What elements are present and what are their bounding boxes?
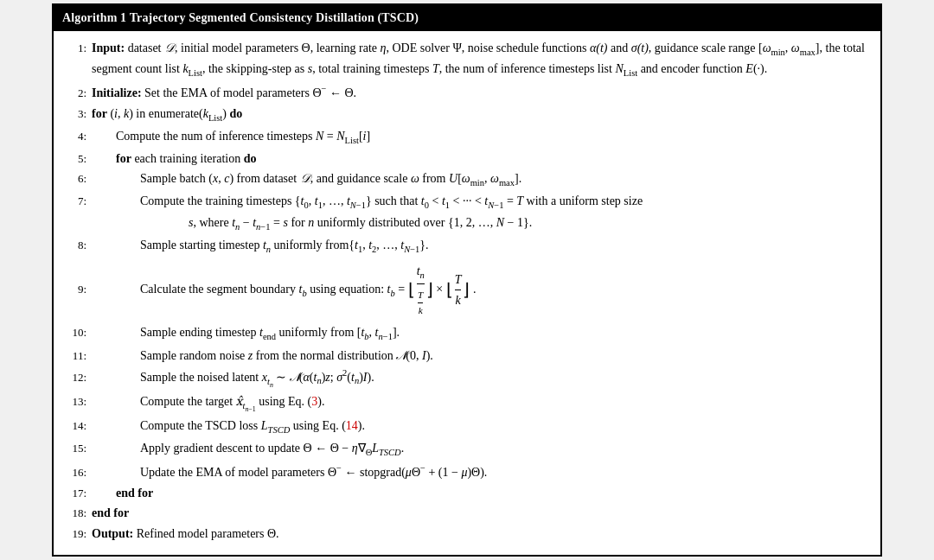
line-9: 9: Calculate the segment boundary tb usi… — [66, 261, 868, 320]
line-7: 7: Compute the training timesteps {t0, t… — [66, 191, 868, 234]
line-num-9: 9: — [66, 281, 86, 298]
line-1: 1: Input: dataset 𝒟, initial model param… — [66, 38, 868, 81]
line-num-13: 13: — [66, 393, 86, 410]
line-content-18: end for — [92, 504, 868, 523]
line-num-6: 6: — [66, 170, 86, 188]
line-3: 3: for (i, k) in enumerate(kList) do — [66, 104, 868, 126]
line-10: 10: Sample ending timestep tend uniforml… — [66, 322, 868, 345]
line-content-10: Sample ending timestep tend uniformly fr… — [140, 323, 868, 344]
line-content-5: for each training iteration do — [116, 150, 868, 169]
line-content-9: Calculate the segment boundary tb using … — [140, 262, 868, 319]
line-6: 6: Sample batch (x, c) from dataset 𝒟, a… — [66, 169, 868, 191]
line-content-11: Sample random noise z from the normal di… — [140, 347, 868, 366]
line-content-2: Initialize: Set the EMA of model paramet… — [92, 82, 868, 102]
line-num-3: 3: — [66, 105, 86, 123]
line-2: 2: Initialize: Set the EMA of model para… — [66, 81, 868, 103]
line-num-14: 14: — [66, 417, 86, 435]
line-content-17: end for — [116, 484, 868, 503]
algorithm-body: 1: Input: dataset 𝒟, initial model param… — [54, 31, 880, 554]
algorithm-box: Algorithm 1 Trajectory Segmented Consist… — [52, 3, 882, 556]
line-num-7: 7: — [66, 193, 86, 210]
line-content-13: Compute the target x̂tn−1 using Eq. (3). — [140, 392, 868, 415]
line-num-11: 11: — [66, 347, 86, 365]
line-12: 12: Sample the noised latent xtn ∼ 𝒩(α(t… — [66, 366, 868, 391]
line-18: 18: end for — [66, 503, 868, 524]
line-content-12: Sample the noised latent xtn ∼ 𝒩(α(tn)z;… — [140, 366, 868, 391]
line-num-4: 4: — [66, 128, 86, 145]
line-num-5: 5: — [66, 150, 86, 168]
line-num-18: 18: — [66, 505, 86, 522]
line-16: 16: Update the EMA of model parameters Θ… — [66, 461, 868, 482]
line-num-1: 1: — [66, 40, 86, 57]
line-num-12: 12: — [66, 369, 86, 386]
algorithm-header: Algorithm 1 Trajectory Segmented Consist… — [54, 5, 880, 31]
line-content-6: Sample batch (x, c) from dataset 𝒟, and … — [140, 169, 868, 190]
line-14: 14: Compute the TSCD loss LTSCD using Eq… — [66, 416, 868, 438]
line-content-3: for (i, k) in enumerate(kList) do — [92, 105, 868, 125]
line-content-7: Compute the training timesteps {t0, t1, … — [140, 192, 868, 233]
line-8: 8: Sample starting timestep tn uniformly… — [66, 235, 868, 258]
line-num-16: 16: — [66, 464, 86, 481]
line-num-15: 15: — [66, 440, 86, 457]
line-num-8: 8: — [66, 237, 86, 254]
line-content-16: Update the EMA of model parameters Θ− ← … — [140, 461, 868, 481]
line-4: 4: Compute the num of inference timestep… — [66, 126, 868, 149]
line-content-15: Apply gradient descent to update Θ ← Θ −… — [140, 439, 868, 460]
line-19: 19: Output: Refined model parameters Θ. — [66, 524, 868, 544]
line-content-8: Sample starting timestep tn uniformly fr… — [140, 236, 868, 257]
line-5: 5: for each training iteration do — [66, 149, 868, 169]
line-17: 17: end for — [66, 483, 868, 504]
line-num-17: 17: — [66, 485, 86, 502]
line-num-10: 10: — [66, 324, 86, 341]
line-13: 13: Compute the target x̂tn−1 using Eq. … — [66, 391, 868, 416]
line-content-4: Compute the num of inference timesteps N… — [116, 127, 868, 148]
line-15: 15: Apply gradient descent to update Θ ←… — [66, 438, 868, 461]
line-num-2: 2: — [66, 85, 86, 102]
line-11: 11: Sample random noise z from the norma… — [66, 346, 868, 366]
line-content-19: Output: Refined model parameters Θ. — [92, 525, 868, 544]
line-content-1: Input: dataset 𝒟, initial model paramete… — [92, 39, 868, 80]
line-content-14: Compute the TSCD loss LTSCD using Eq. (1… — [140, 417, 868, 437]
line-num-19: 19: — [66, 525, 86, 543]
